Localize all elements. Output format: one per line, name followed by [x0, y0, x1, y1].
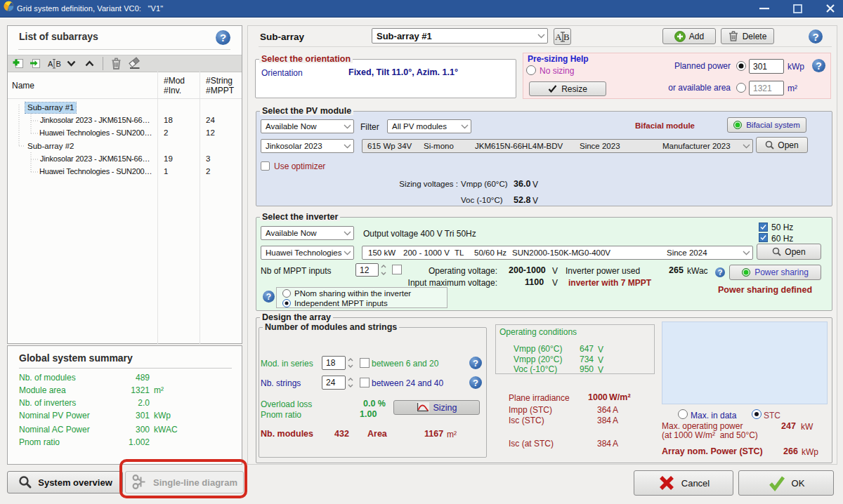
- svg-text:A: A: [555, 32, 562, 42]
- svg-text:B: B: [563, 32, 570, 42]
- svg-text:B: B: [56, 60, 61, 68]
- svg-text:A: A: [48, 60, 53, 68]
